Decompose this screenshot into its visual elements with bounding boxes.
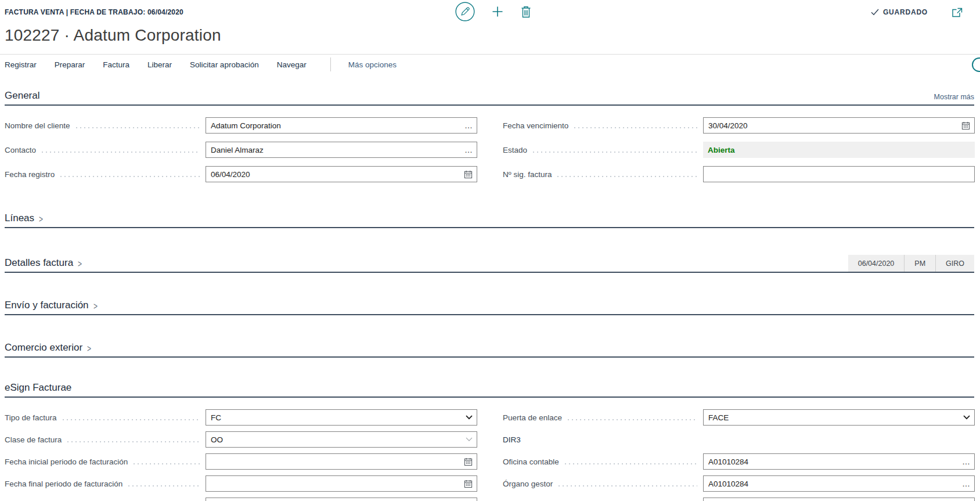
- field-label: Contacto: [5, 146, 36, 154]
- field-fecha-vencimiento: Fecha vencimiento 30/04/2020: [503, 117, 975, 134]
- general-left-column: Nombre del cliente Adatum Corporation … …: [5, 117, 477, 190]
- ribbon-item-liberar[interactable]: Liberar: [147, 60, 172, 69]
- chevron-right-icon: >: [93, 300, 97, 311]
- ribbon-item-solicitar-aprobacion[interactable]: Solicitar aprobación: [190, 60, 259, 69]
- esign-left-column: Tipo de factura FC Clase de fa: [5, 409, 477, 501]
- esign-right-column: Puerta de enlace FACE DIR3: [503, 409, 975, 501]
- delete-button[interactable]: [520, 5, 532, 18]
- field-estado: Estado Abierta: [503, 142, 975, 158]
- calendar-picker-button[interactable]: [460, 170, 473, 179]
- dropdown-button[interactable]: [462, 437, 473, 442]
- field-organo-gestor: Órgano gestor A01010284 …: [503, 475, 975, 492]
- help-circle-icon[interactable]: [972, 57, 980, 72]
- field-value: 30/04/2020: [708, 121, 958, 130]
- section-title: Detalles factura: [5, 257, 73, 269]
- fasttab-summary-badges: 06/04/2020 PM GIRO: [848, 255, 974, 272]
- unidad-de-tramitacion-input[interactable]: A01010284 …: [703, 498, 975, 501]
- calendar-picker-button[interactable]: [958, 121, 970, 130]
- n-sig-factura-input[interactable]: [703, 166, 975, 182]
- fecha-registro-input[interactable]: 06/04/2020: [206, 166, 477, 182]
- oficina-contable-input[interactable]: A01010284 …: [703, 453, 975, 470]
- field-value: Daniel Almaraz: [211, 146, 461, 154]
- section-envio-header: Envío y facturación >: [5, 300, 974, 315]
- open-in-new-window-button[interactable]: [952, 8, 963, 17]
- calendar-picker-button[interactable]: [460, 480, 473, 488]
- general-fields: Nombre del cliente Adatum Corporation … …: [5, 106, 974, 190]
- general-right-column: Fecha vencimiento 30/04/2020: [503, 117, 975, 190]
- section-detalles-toggle[interactable]: Detalles factura >: [5, 257, 82, 269]
- fecha-inicial-periodo-input[interactable]: [206, 453, 477, 470]
- field-tipo-de-factura: Tipo de factura FC: [5, 409, 477, 426]
- field-value: FACE: [708, 413, 960, 422]
- ribbon-item-factura[interactable]: Factura: [103, 60, 129, 69]
- show-more-link[interactable]: Mostrar más: [934, 93, 974, 102]
- page-content: General Mostrar más Nombre del cliente A…: [0, 90, 980, 501]
- more-options-button[interactable]: Más opciones: [348, 60, 397, 69]
- field-label: Nº sig. factura: [503, 170, 552, 179]
- edit-button[interactable]: [455, 2, 475, 21]
- field-label: Clase de factura: [5, 435, 62, 444]
- puerta-de-enlace-select[interactable]: FACE: [703, 409, 975, 426]
- assist-edit-button[interactable]: …: [959, 481, 970, 486]
- action-ribbon: Registrar Preparar Factura Liberar Solic…: [0, 54, 980, 75]
- nombre-del-cliente-input[interactable]: Adatum Corporation …: [206, 117, 477, 134]
- fecha-final-periodo-input[interactable]: [206, 475, 477, 492]
- calendar-icon: [464, 170, 473, 179]
- chevron-right-icon: >: [78, 257, 82, 269]
- section-general-title[interactable]: General: [5, 90, 39, 102]
- field-value: 06/04/2020: [211, 170, 460, 179]
- organo-gestor-input[interactable]: A01010284 …: [703, 475, 975, 492]
- n-banco-transferencia-select[interactable]: [206, 498, 477, 501]
- chevron-down-icon: [466, 415, 473, 420]
- section-general-header: General Mostrar más: [5, 90, 974, 106]
- tipo-de-factura-select[interactable]: FC: [206, 409, 477, 426]
- section-envio-toggle[interactable]: Envío y facturación >: [5, 300, 98, 311]
- calendar-picker-button[interactable]: [460, 457, 473, 466]
- record-actions: [455, 1, 532, 22]
- badge-terminos-pago[interactable]: PM: [904, 255, 935, 272]
- section-envio-facturacion: Envío y facturación >: [5, 300, 974, 315]
- field-label: Nombre del cliente: [5, 121, 70, 130]
- section-esign-title[interactable]: eSign Facturae: [5, 382, 71, 394]
- section-comercio-toggle[interactable]: Comercio exterior >: [5, 342, 92, 354]
- assist-edit-button[interactable]: …: [461, 122, 473, 128]
- contacto-input[interactable]: Daniel Almaraz …: [206, 142, 477, 158]
- section-title: Líneas: [5, 212, 34, 224]
- dotted-leader: [67, 441, 200, 442]
- field-fecha-final-periodo: Fecha final periodo de facturación: [5, 475, 477, 492]
- calendar-icon: [961, 121, 970, 130]
- dotted-leader: [565, 463, 697, 464]
- ribbon-item-registrar[interactable]: Registrar: [5, 60, 37, 69]
- section-lineas: Líneas >: [5, 212, 974, 228]
- calendar-icon: [464, 480, 473, 488]
- clase-de-factura-select[interactable]: OO: [206, 431, 477, 448]
- section-lineas-header: Líneas >: [5, 212, 974, 228]
- badge-fecha-documento[interactable]: 06/04/2020: [848, 255, 905, 272]
- dropdown-button[interactable]: [960, 415, 970, 420]
- section-lineas-toggle[interactable]: Líneas >: [5, 212, 44, 224]
- badge-forma-pago[interactable]: GIRO: [935, 255, 974, 272]
- ribbon-item-navegar[interactable]: Navegar: [277, 60, 307, 69]
- ribbon-item-preparar[interactable]: Preparar: [55, 60, 85, 69]
- field-label: Órgano gestor: [503, 480, 553, 488]
- field-puerta-de-enlace: Puerta de enlace FACE: [503, 409, 975, 426]
- field-n-banco-transferencia: Nº banco transferencia/adeudo directo: [5, 498, 477, 501]
- plus-icon: [491, 5, 504, 18]
- field-contacto: Contacto Daniel Almaraz …: [5, 142, 477, 158]
- assist-edit-button[interactable]: …: [959, 459, 970, 464]
- fecha-vencimiento-input[interactable]: 30/04/2020: [703, 117, 975, 134]
- assist-edit-button[interactable]: …: [461, 147, 473, 153]
- page-title: 102227 · Adatum Corporation: [5, 26, 980, 45]
- field-label: Tipo de factura: [5, 413, 57, 422]
- field-clase-de-factura: Clase de factura OO: [5, 431, 477, 448]
- new-button[interactable]: [491, 5, 504, 18]
- dotted-leader: [76, 127, 200, 128]
- field-label: Oficina contable: [503, 457, 559, 466]
- dropdown-button[interactable]: [462, 415, 473, 420]
- saved-label: GUARDADO: [883, 8, 928, 16]
- calendar-icon: [464, 457, 473, 466]
- dotted-leader: [63, 419, 200, 420]
- page-caption: FACTURA VENTA | FECHA DE TRABAJO: 06/04/…: [5, 8, 183, 16]
- field-value: Adatum Corporation: [211, 121, 461, 130]
- trash-icon: [520, 5, 532, 18]
